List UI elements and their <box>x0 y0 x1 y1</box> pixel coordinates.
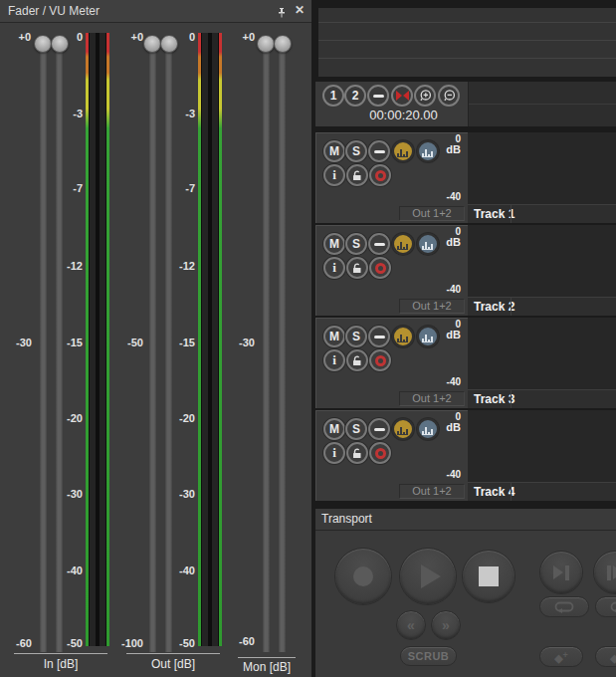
lock-button[interactable] <box>346 349 368 371</box>
lock-button[interactable] <box>346 164 368 186</box>
track-header: M S 0 dB i -40 Out 1+2 <box>315 132 468 223</box>
marker-add-button[interactable]: ◆+ <box>539 646 583 667</box>
track-name[interactable]: Track 2 <box>474 298 514 316</box>
minus-icon <box>374 243 385 246</box>
magnifier-plus-icon <box>418 89 433 104</box>
track-name-strip: Track 4 <box>468 482 616 501</box>
solo-button[interactable]: S <box>345 140 367 162</box>
bar-chart-icon <box>397 424 409 435</box>
solo-button[interactable]: S <box>345 233 367 255</box>
lock-button[interactable] <box>346 442 368 464</box>
collapse-button[interactable] <box>368 418 390 440</box>
mute-button[interactable]: M <box>323 418 345 440</box>
info-button[interactable]: i <box>323 442 345 464</box>
bar-chart-icon <box>422 424 434 435</box>
marker-1-button[interactable]: 1 <box>322 85 344 107</box>
forward-icon: » <box>442 617 450 633</box>
minus-icon <box>374 428 385 431</box>
monitor-meter-button[interactable] <box>417 326 439 347</box>
loop-button[interactable] <box>539 596 589 617</box>
zoom-range-button[interactable] <box>391 85 413 107</box>
output-routing[interactable]: Out 1+2 <box>399 391 465 406</box>
track-name-strip: Track 2 <box>468 297 616 316</box>
scrub-button[interactable]: SCRUB <box>400 646 457 666</box>
mon-fader-mark-bottom: -60 <box>229 635 255 647</box>
track-meter-scale: 0 dB <box>446 412 461 432</box>
output-routing[interactable]: Out 1+2 <box>399 484 465 499</box>
mon-fader-rail-left[interactable] <box>263 44 270 652</box>
volume-automation-button[interactable] <box>392 326 414 347</box>
loop-icon <box>608 600 616 613</box>
minus-button[interactable] <box>367 85 389 107</box>
bar-chart-icon <box>422 239 434 250</box>
stop-icon <box>479 566 499 586</box>
info-button[interactable]: i <box>323 164 345 186</box>
mon-fader-rail-right[interactable] <box>279 44 286 652</box>
mon-fader-knob-right[interactable] <box>274 35 292 53</box>
play-icon <box>421 564 441 588</box>
track-header: M S 0 dB i -40 Out 1+2 <box>315 318 468 408</box>
record-arm-icon <box>375 448 386 459</box>
monitor-meter-button[interactable] <box>417 140 439 162</box>
lock-button[interactable] <box>346 257 368 279</box>
arranger-row <box>318 23 616 41</box>
minus-icon <box>374 336 385 338</box>
record-button[interactable] <box>334 548 392 605</box>
bar-chart-icon <box>397 332 409 342</box>
rewind-button[interactable]: « <box>396 610 426 640</box>
collapse-button[interactable] <box>368 326 390 347</box>
output-routing[interactable]: Out 1+2 <box>399 299 465 314</box>
mute-button[interactable]: M <box>323 233 345 255</box>
fader-vu-meter-panel: Fader / VU Meter ✕ +0 -30 -60 0 -3 -7 -1… <box>0 0 311 677</box>
mute-button[interactable]: M <box>323 326 345 347</box>
skip-to-end-button[interactable] <box>539 551 583 594</box>
track-name[interactable]: Track 1 <box>474 205 514 223</box>
transport-panel: Transport <box>315 509 616 677</box>
solo-button[interactable]: S <box>345 326 367 347</box>
meter-unit-label: dB <box>446 144 461 154</box>
volume-automation-button[interactable] <box>392 140 414 162</box>
marker-2-button[interactable]: 2 <box>344 85 366 107</box>
collapse-button[interactable] <box>368 140 390 162</box>
volume-automation-button[interactable] <box>392 233 414 255</box>
time-display[interactable]: 00:00:20.00 <box>339 108 468 122</box>
arranger-row <box>318 59 616 76</box>
monitor-meter-button[interactable] <box>417 233 439 255</box>
track-name[interactable]: Track 4 <box>474 483 514 501</box>
minus-icon <box>373 95 384 98</box>
ruler-area <box>468 82 616 126</box>
mon-fader-mark-mid: -30 <box>229 337 255 348</box>
open-padlock-icon <box>350 354 364 367</box>
track-meter-scale: 0 dB <box>446 320 461 339</box>
zoom-out-button[interactable] <box>438 85 460 107</box>
record-arm-button[interactable] <box>369 349 391 371</box>
output-routing[interactable]: Out 1+2 <box>399 206 465 221</box>
stop-button[interactable] <box>462 550 515 603</box>
open-padlock-icon <box>350 169 364 182</box>
mon-group-underline <box>238 657 296 658</box>
arranger-top-rows <box>318 8 616 77</box>
track-name[interactable]: Track 3 <box>474 390 514 408</box>
record-arm-button[interactable] <box>369 257 391 279</box>
play-button[interactable] <box>399 548 457 605</box>
monitor-meter-button[interactable] <box>417 418 439 440</box>
volume-automation-button[interactable] <box>392 418 414 440</box>
info-button[interactable]: i <box>323 257 345 279</box>
mute-button[interactable]: M <box>323 140 345 162</box>
marker-delete-button[interactable]: ◆− <box>595 646 616 667</box>
marker-add-icon: ◆+ <box>554 648 568 666</box>
record-arm-button[interactable] <box>369 164 391 186</box>
track-header: M S 0 dB i -40 Out 1+2 <box>315 410 468 501</box>
record-arm-button[interactable] <box>369 442 391 464</box>
bar-chart-icon <box>422 332 434 342</box>
forward-button[interactable]: » <box>431 610 461 640</box>
solo-button[interactable]: S <box>345 418 367 440</box>
mon-fader-knob-left[interactable] <box>257 35 275 53</box>
loop-range-button[interactable] <box>595 596 616 617</box>
collapse-button[interactable] <box>368 233 390 255</box>
track-name-strip: Track 3 <box>468 389 616 408</box>
zoom-in-button[interactable] <box>414 85 436 107</box>
info-button[interactable]: i <box>323 349 345 371</box>
mon-group-label: Mon [dB] <box>219 660 314 674</box>
play-from-start-button[interactable] <box>593 551 616 594</box>
